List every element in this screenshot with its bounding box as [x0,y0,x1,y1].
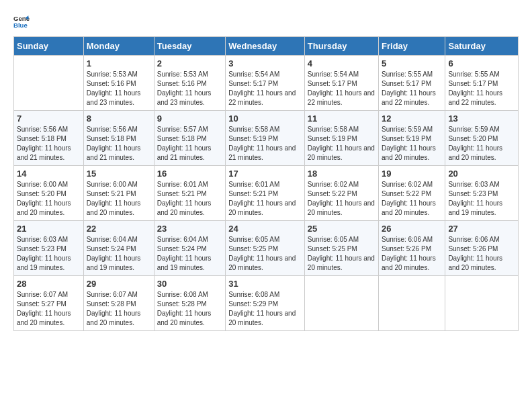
calendar-cell: 27Sunrise: 6:06 AMSunset: 5:26 PMDayligh… [445,221,519,276]
svg-text:Blue: Blue [13,21,28,29]
day-info: Sunrise: 6:05 AMSunset: 5:25 PMDaylight:… [228,235,302,273]
calendar-week-1: 1Sunrise: 5:53 AMSunset: 5:16 PMDaylight… [14,56,519,111]
day-info: Sunrise: 5:59 AMSunset: 5:20 PMDaylight:… [448,125,515,163]
day-info: Sunrise: 5:58 AMSunset: 5:19 PMDaylight:… [228,125,302,163]
calendar-cell: 25Sunrise: 6:05 AMSunset: 5:25 PMDayligh… [304,221,378,276]
day-info: Sunrise: 6:02 AMSunset: 5:22 PMDaylight:… [308,180,375,218]
day-info: Sunrise: 6:06 AMSunset: 5:26 PMDaylight:… [382,235,442,273]
day-number: 16 [157,169,222,179]
day-number: 7 [17,113,81,124]
day-info: Sunrise: 6:08 AMSunset: 5:28 PMDaylight:… [157,290,222,328]
logo: General Blue [13,13,32,30]
day-number: 3 [228,58,302,68]
day-number: 27 [448,224,515,234]
day-info: Sunrise: 6:00 AMSunset: 5:20 PMDaylight:… [17,180,81,218]
calendar-cell: 20Sunrise: 6:03 AMSunset: 5:23 PMDayligh… [445,166,519,221]
day-info: Sunrise: 6:01 AMSunset: 5:21 PMDaylight:… [157,180,222,218]
calendar-cell: 15Sunrise: 6:00 AMSunset: 5:21 PMDayligh… [83,166,154,221]
calendar-table: SundayMondayTuesdayWednesdayThursdayFrid… [13,36,519,331]
day-info: Sunrise: 6:06 AMSunset: 5:26 PMDaylight:… [448,235,515,273]
weekday-header-tuesday: Tuesday [154,37,225,56]
calendar-cell: 2Sunrise: 5:53 AMSunset: 5:16 PMDaylight… [154,56,225,111]
calendar-cell: 31Sunrise: 6:08 AMSunset: 5:29 PMDayligh… [226,276,305,331]
day-info: Sunrise: 6:05 AMSunset: 5:25 PMDaylight:… [308,235,375,273]
day-number: 25 [308,224,375,234]
calendar-cell: 21Sunrise: 6:03 AMSunset: 5:23 PMDayligh… [14,221,84,276]
calendar-cell: 5Sunrise: 5:55 AMSunset: 5:17 PMDaylight… [379,56,445,111]
weekday-header-sunday: Sunday [14,37,84,56]
day-number: 4 [308,58,375,68]
day-number: 20 [448,169,515,179]
day-info: Sunrise: 6:07 AMSunset: 5:28 PMDaylight:… [87,290,151,328]
calendar-week-5: 28Sunrise: 6:07 AMSunset: 5:27 PMDayligh… [14,276,519,331]
day-number: 10 [228,113,302,124]
day-info: Sunrise: 5:59 AMSunset: 5:19 PMDaylight:… [382,125,442,163]
calendar-cell: 14Sunrise: 6:00 AMSunset: 5:20 PMDayligh… [14,166,84,221]
calendar-cell: 16Sunrise: 6:01 AMSunset: 5:21 PMDayligh… [154,166,225,221]
calendar-cell [379,276,445,331]
calendar-cell: 8Sunrise: 5:56 AMSunset: 5:18 PMDaylight… [83,111,154,166]
day-info: Sunrise: 5:56 AMSunset: 5:18 PMDaylight:… [17,125,81,163]
day-number: 1 [87,58,151,68]
day-info: Sunrise: 6:02 AMSunset: 5:22 PMDaylight:… [382,180,442,218]
day-info: Sunrise: 5:55 AMSunset: 5:17 PMDaylight:… [448,70,515,107]
day-number: 29 [87,279,151,289]
calendar-cell [14,56,84,111]
day-number: 19 [382,169,442,179]
calendar-cell: 10Sunrise: 5:58 AMSunset: 5:19 PMDayligh… [226,111,305,166]
day-number: 6 [448,58,515,68]
calendar-cell [445,276,519,331]
day-number: 5 [382,58,442,68]
day-number: 24 [228,224,302,234]
calendar-week-3: 14Sunrise: 6:00 AMSunset: 5:20 PMDayligh… [14,166,519,221]
calendar-cell: 11Sunrise: 5:58 AMSunset: 5:19 PMDayligh… [304,111,378,166]
day-info: Sunrise: 6:04 AMSunset: 5:24 PMDaylight:… [157,235,222,273]
calendar-cell: 6Sunrise: 5:55 AMSunset: 5:17 PMDaylight… [445,56,519,111]
calendar-cell: 1Sunrise: 5:53 AMSunset: 5:16 PMDaylight… [83,56,154,111]
day-info: Sunrise: 6:04 AMSunset: 5:24 PMDaylight:… [87,235,151,273]
calendar-cell: 7Sunrise: 5:56 AMSunset: 5:18 PMDaylight… [14,111,84,166]
calendar-cell: 28Sunrise: 6:07 AMSunset: 5:27 PMDayligh… [14,276,84,331]
weekday-header-wednesday: Wednesday [226,37,305,56]
calendar-cell: 3Sunrise: 5:54 AMSunset: 5:17 PMDaylight… [226,56,305,111]
day-number: 15 [87,169,151,179]
day-number: 26 [382,224,442,234]
day-number: 18 [308,169,375,179]
day-info: Sunrise: 6:01 AMSunset: 5:21 PMDaylight:… [228,180,302,218]
day-number: 13 [448,113,515,124]
page-header: General Blue [13,13,519,30]
weekday-header-friday: Friday [379,37,445,56]
calendar-cell: 30Sunrise: 6:08 AMSunset: 5:28 PMDayligh… [154,276,225,331]
day-number: 14 [17,169,81,179]
day-number: 31 [228,279,302,289]
weekday-header-monday: Monday [83,37,154,56]
day-number: 22 [87,224,151,234]
day-number: 2 [157,58,222,68]
calendar-cell: 26Sunrise: 6:06 AMSunset: 5:26 PMDayligh… [379,221,445,276]
calendar-cell: 24Sunrise: 6:05 AMSunset: 5:25 PMDayligh… [226,221,305,276]
day-info: Sunrise: 5:53 AMSunset: 5:16 PMDaylight:… [157,70,222,107]
calendar-cell: 12Sunrise: 5:59 AMSunset: 5:19 PMDayligh… [379,111,445,166]
calendar-cell: 18Sunrise: 6:02 AMSunset: 5:22 PMDayligh… [304,166,378,221]
logo-icon: General Blue [13,13,30,30]
day-info: Sunrise: 6:00 AMSunset: 5:21 PMDaylight:… [87,180,151,218]
day-number: 23 [157,224,222,234]
day-info: Sunrise: 5:55 AMSunset: 5:17 PMDaylight:… [382,70,442,107]
day-number: 11 [308,113,375,124]
day-number: 30 [157,279,222,289]
weekday-header-thursday: Thursday [304,37,378,56]
day-info: Sunrise: 5:56 AMSunset: 5:18 PMDaylight:… [87,125,151,163]
calendar-cell: 29Sunrise: 6:07 AMSunset: 5:28 PMDayligh… [83,276,154,331]
day-info: Sunrise: 6:08 AMSunset: 5:29 PMDaylight:… [228,290,302,328]
calendar-week-2: 7Sunrise: 5:56 AMSunset: 5:18 PMDaylight… [14,111,519,166]
day-info: Sunrise: 5:57 AMSunset: 5:18 PMDaylight:… [157,125,222,163]
day-info: Sunrise: 5:54 AMSunset: 5:17 PMDaylight:… [228,70,302,107]
day-info: Sunrise: 5:54 AMSunset: 5:17 PMDaylight:… [308,70,375,107]
day-info: Sunrise: 6:03 AMSunset: 5:23 PMDaylight:… [17,235,81,273]
calendar-week-4: 21Sunrise: 6:03 AMSunset: 5:23 PMDayligh… [14,221,519,276]
day-number: 8 [87,113,151,124]
calendar-cell: 22Sunrise: 6:04 AMSunset: 5:24 PMDayligh… [83,221,154,276]
day-number: 17 [228,169,302,179]
calendar-cell [304,276,378,331]
day-number: 9 [157,113,222,124]
